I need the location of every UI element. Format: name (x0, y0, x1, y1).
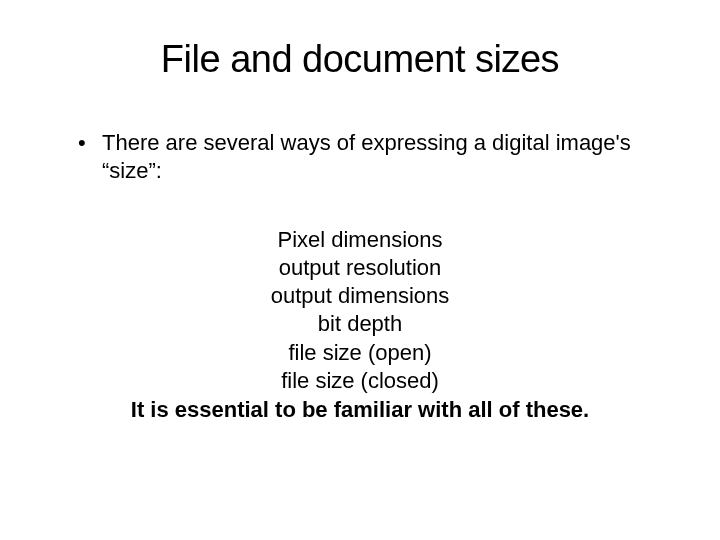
size-terms-list: Pixel dimensions output resolution outpu… (50, 226, 670, 395)
list-item: bit depth (50, 310, 670, 338)
conclusion-text: It is essential to be familiar with all … (50, 397, 670, 423)
slide-title: File and document sizes (50, 38, 670, 81)
list-item: Pixel dimensions (50, 226, 670, 254)
list-item: file size (open) (50, 339, 670, 367)
bullet-text: There are several ways of expressing a d… (102, 129, 670, 184)
bullet-block: • There are several ways of expressing a… (78, 129, 670, 184)
list-item: output dimensions (50, 282, 670, 310)
list-item: file size (closed) (50, 367, 670, 395)
list-item: output resolution (50, 254, 670, 282)
bullet-item: • There are several ways of expressing a… (78, 129, 670, 184)
bullet-marker: • (78, 129, 102, 157)
slide-container: File and document sizes • There are seve… (0, 0, 720, 540)
